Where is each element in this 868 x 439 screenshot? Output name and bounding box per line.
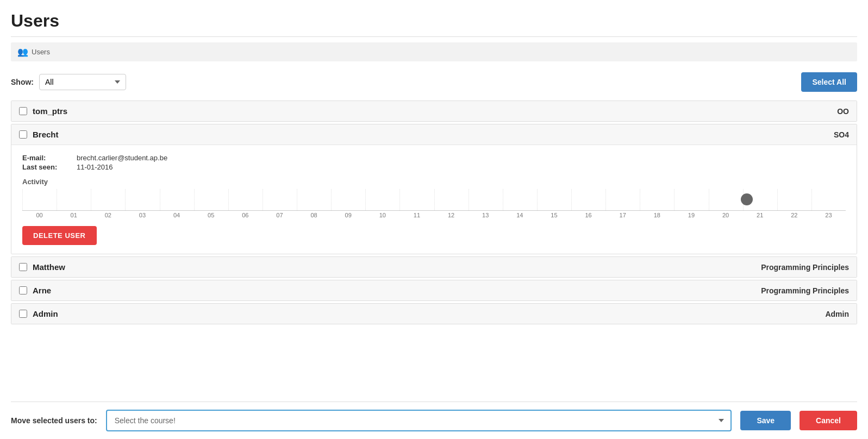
email-label: E-mail: — [22, 154, 71, 162]
page-title: Users — [11, 11, 857, 31]
last-seen-value: 11-01-2016 — [77, 163, 846, 171]
user-checkbox-admin[interactable] — [19, 310, 27, 318]
last-seen-label: Last seen: — [22, 163, 71, 171]
user-row: tom_ptrs OO — [11, 101, 857, 122]
delete-user-button[interactable]: DELETE USER — [22, 226, 97, 245]
move-label: Move selected users to: — [11, 416, 97, 425]
user-checkbox-brecht[interactable] — [19, 130, 27, 139]
show-select[interactable]: All Active Inactive — [39, 74, 126, 90]
select-all-button[interactable]: Select All — [801, 72, 857, 92]
user-course-admin: Admin — [825, 310, 849, 318]
user-row: Matthew Programming Principles — [11, 256, 857, 278]
user-row: Arne Programming Principles — [11, 280, 857, 301]
activity-chart — [22, 189, 846, 211]
user-name-tom-ptrs: tom_ptrs — [33, 106, 67, 116]
user-course-matthew: Programming Principles — [761, 263, 849, 272]
user-header-matthew[interactable]: Matthew Programming Principles — [11, 257, 857, 277]
user-checkbox-matthew[interactable] — [19, 263, 27, 271]
user-header-tom-ptrs[interactable]: tom_ptrs OO — [11, 101, 857, 121]
activity-label: Activity — [22, 178, 846, 186]
save-button[interactable]: Save — [740, 411, 791, 430]
user-course-tom-ptrs: OO — [837, 107, 849, 116]
bottom-bar: Move selected users to: Select the cours… — [11, 402, 857, 439]
user-info: E-mail: brecht.carlier@student.ap.be Las… — [22, 154, 846, 171]
chart-ticks — [22, 189, 846, 210]
user-checkbox-tom-ptrs[interactable] — [19, 107, 27, 115]
user-header-brecht[interactable]: Brecht SO4 — [11, 124, 857, 145]
user-course-brecht: SO4 — [834, 130, 849, 139]
user-header-admin[interactable]: Admin Admin — [11, 304, 857, 324]
activity-section: Activity — [22, 178, 846, 218]
breadcrumb: 👥 Users — [11, 42, 857, 61]
toolbar: Show: All Active Inactive Select All — [11, 72, 857, 92]
course-select[interactable]: Select the course! — [106, 410, 732, 431]
cancel-button[interactable]: Cancel — [800, 411, 857, 430]
user-row: Admin Admin — [11, 303, 857, 324]
show-label: Show: — [11, 78, 34, 86]
user-checkbox-arne[interactable] — [19, 286, 27, 294]
user-name-admin: Admin — [33, 309, 58, 318]
user-row: Brecht SO4 E-mail: brecht.carlier@studen… — [11, 124, 857, 254]
user-name-matthew: Matthew — [33, 262, 65, 272]
title-divider — [11, 36, 857, 37]
user-list: tom_ptrs OO Brecht SO4 E-mail: brecht.ca… — [11, 101, 857, 396]
email-value: brecht.carlier@student.ap.be — [77, 154, 846, 162]
breadcrumb-label: Users — [32, 48, 50, 56]
user-header-arne[interactable]: Arne Programming Principles — [11, 280, 857, 300]
user-detail-brecht: E-mail: brecht.carlier@student.ap.be Las… — [11, 145, 857, 254]
users-breadcrumb-icon: 👥 — [17, 47, 28, 57]
user-name-arne: Arne — [33, 286, 51, 295]
show-filter: Show: All Active Inactive — [11, 74, 126, 90]
activity-axis: 00 01 02 03 04 05 06 07 08 09 10 11 12 1… — [22, 212, 846, 218]
user-course-arne: Programming Principles — [761, 286, 849, 295]
user-name-brecht: Brecht — [33, 130, 59, 139]
